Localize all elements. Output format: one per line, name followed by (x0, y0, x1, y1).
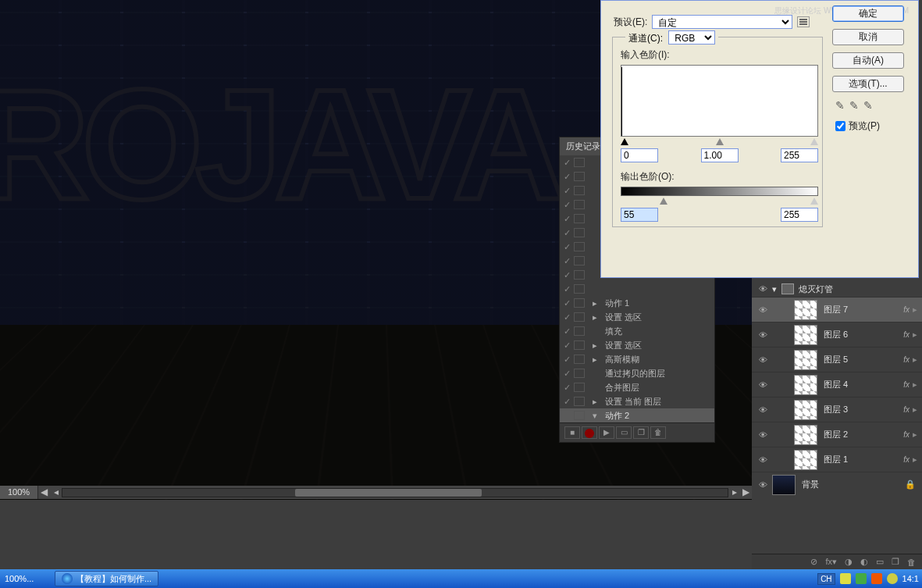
action-row[interactable]: ✓填充 (560, 324, 714, 338)
output-white-field[interactable] (781, 208, 818, 222)
cancel-button[interactable]: 取消 (832, 29, 904, 45)
action-row[interactable]: ✓▸动作 1 (560, 296, 714, 310)
mask-icon[interactable]: ◑ (845, 557, 853, 567)
chevron-icon[interactable]: ▸ (913, 355, 922, 365)
layer-name[interactable]: 图层 7 (824, 304, 903, 315)
black-eyedropper-icon[interactable]: ✎ (835, 99, 845, 112)
visibility-icon[interactable]: 👁 (753, 480, 772, 490)
adjustment-icon[interactable]: ◐ (860, 557, 868, 567)
layer-row[interactable]: 👁图层 5fx▸ (752, 347, 922, 372)
layer-name[interactable]: 背景 (802, 479, 905, 490)
action-row[interactable]: ✓▸设置 选区 (560, 338, 714, 352)
action-row[interactable]: ✓▸设置 选区 (560, 310, 714, 324)
preset-select[interactable]: 自定 (652, 15, 792, 29)
trash-icon[interactable]: 🗑 (907, 558, 916, 567)
layer-name[interactable]: 图层 3 (824, 404, 903, 415)
output-white-slider[interactable] (810, 198, 818, 205)
layer-thumb[interactable] (794, 350, 817, 370)
fx-badge[interactable]: fx (903, 405, 913, 414)
chevron-icon[interactable]: ▸ (913, 404, 922, 415)
output-black-slider[interactable] (660, 198, 667, 205)
tray-icon[interactable] (887, 573, 898, 584)
play-button[interactable]: ▶ (599, 426, 614, 439)
language-indicator[interactable]: CH (817, 573, 835, 585)
layer-group[interactable]: 👁 ▾ 熄灭灯管 (752, 281, 922, 297)
visibility-icon[interactable]: 👁 (753, 305, 772, 315)
layer-name[interactable]: 图层 2 (824, 429, 903, 440)
preset-menu-icon[interactable] (797, 16, 810, 27)
fx-badge[interactable]: fx (903, 330, 913, 339)
layer-row[interactable]: 👁图层 7fx▸ (752, 297, 922, 322)
taskbar[interactable]: 100%... 【教程】如何制作... CH 14:1 (0, 569, 922, 588)
layer-row[interactable]: 👁图层 6fx▸ (752, 322, 922, 347)
action-row-current[interactable]: ▾动作 2 (560, 408, 714, 422)
input-black-field[interactable] (621, 148, 658, 162)
system-tray[interactable]: CH 14:1 (817, 573, 922, 585)
action-row[interactable]: ✓ (560, 282, 714, 296)
action-row[interactable]: ✓合并图层 (560, 380, 714, 394)
options-button[interactable]: 选项(T)... (832, 76, 904, 92)
layer-name[interactable]: 图层 4 (824, 379, 903, 390)
fx-badge[interactable]: fx (903, 355, 913, 364)
input-gamma-field[interactable] (701, 148, 739, 162)
scroll-left2-icon[interactable]: ◂ (50, 486, 62, 498)
layer-thumb[interactable] (794, 375, 817, 395)
new-set-button[interactable]: ▭ (616, 426, 632, 439)
chevron-icon[interactable]: ▸ (913, 380, 922, 390)
layer-row[interactable]: 👁图层 1fx▸ (752, 447, 922, 472)
layer-row[interactable]: 👁图层 4fx▸ (752, 372, 922, 397)
scroll-thumb[interactable] (295, 489, 482, 497)
chevron-icon[interactable]: ▸ (913, 330, 922, 340)
white-point-slider[interactable] (810, 138, 818, 145)
preview-label[interactable]: 预览(P) (849, 119, 880, 133)
chevron-down-icon[interactable]: ▾ (772, 284, 781, 294)
new-layer-icon[interactable]: ❐ (892, 557, 899, 567)
layer-thumb[interactable] (794, 300, 817, 320)
fx-icon[interactable]: fx▾ (825, 557, 837, 567)
layer-thumb[interactable] (794, 425, 817, 445)
ps-document-tab[interactable]: 100%... (0, 574, 48, 583)
new-action-button[interactable]: ❐ (633, 426, 649, 439)
group-icon[interactable]: ▭ (876, 557, 884, 567)
visibility-icon[interactable]: 👁 (753, 284, 772, 294)
ok-button[interactable]: 确定 (832, 5, 904, 22)
layer-thumb[interactable] (772, 475, 796, 495)
tray-icon[interactable] (840, 573, 851, 584)
white-eyedropper-icon[interactable]: ✎ (863, 99, 873, 112)
layer-name[interactable]: 图层 6 (824, 329, 903, 340)
scroll-right2-icon[interactable]: ▶ (740, 486, 752, 498)
action-row[interactable]: ✓通过拷贝的图层 (560, 366, 714, 380)
stop-button[interactable]: ■ (564, 426, 580, 439)
action-row[interactable]: ✓▸高斯模糊 (560, 352, 714, 366)
tray-icon[interactable] (871, 573, 882, 584)
histogram[interactable] (621, 65, 818, 137)
layer-row[interactable]: 👁图层 3fx▸ (752, 397, 922, 422)
layer-thumb[interactable] (794, 450, 817, 470)
scroll-left-icon[interactable]: ◀ (38, 486, 50, 498)
gamma-slider[interactable] (716, 138, 724, 145)
visibility-icon[interactable]: 👁 (753, 430, 772, 440)
horizontal-scrollbar[interactable]: 100% ◀ ◂ ▸ ▶ (0, 486, 752, 499)
fx-badge[interactable]: fx (903, 305, 913, 314)
taskbar-task[interactable]: 【教程】如何制作... (55, 571, 158, 586)
visibility-icon[interactable]: 👁 (753, 455, 772, 465)
layer-thumb[interactable] (794, 325, 817, 345)
visibility-icon[interactable]: 👁 (753, 355, 772, 365)
visibility-icon[interactable]: 👁 (753, 380, 772, 390)
action-row[interactable]: ✓▸设置 当前 图层 (560, 394, 714, 408)
preview-checkbox[interactable] (835, 121, 845, 131)
layer-name[interactable]: 图层 1 (824, 454, 903, 465)
link-icon[interactable]: ⊘ (810, 557, 817, 567)
layer-thumb[interactable] (794, 400, 817, 420)
auto-button[interactable]: 自动(A) (832, 52, 904, 69)
chevron-icon[interactable]: ▸ (913, 429, 922, 440)
layer-row-background[interactable]: 👁背景🔒 (752, 472, 922, 497)
scroll-track[interactable] (62, 488, 728, 497)
chevron-icon[interactable]: ▸ (913, 305, 922, 315)
lock-icon[interactable]: 🔒 (905, 479, 922, 490)
input-white-field[interactable] (781, 148, 818, 162)
output-black-field[interactable] (621, 208, 658, 222)
black-point-slider[interactable] (621, 138, 628, 145)
chevron-icon[interactable]: ▸ (913, 454, 922, 465)
visibility-icon[interactable]: 👁 (753, 330, 772, 340)
